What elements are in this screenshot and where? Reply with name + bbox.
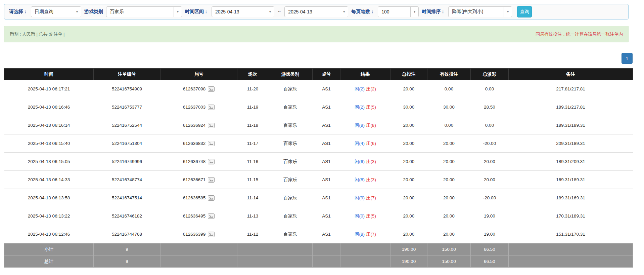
table-row: 2025-04-13 06:15:05522416749996612636748… (4, 153, 633, 171)
cell-total-bet[interactable]: 20.00 (390, 80, 427, 98)
query-type-select[interactable]: 日期查询 ▼ (31, 6, 81, 17)
cell-total-bet[interactable]: 20.00 (390, 153, 427, 171)
cell-time: 2025-04-13 06:16:46 (4, 98, 94, 116)
cell-time: 2025-04-13 06:17:21 (4, 80, 94, 98)
round-number: 612636671 (183, 177, 206, 182)
table-row: 2025-04-13 06:17:21522416754909612637098… (4, 80, 633, 98)
cell-valid-bet: 30.00 (427, 98, 471, 116)
sort-select[interactable]: 降冪(由大到小) ▼ (448, 6, 512, 17)
select-label: 请选择： (9, 9, 28, 15)
cell-time: 2025-04-13 06:14:33 (4, 171, 94, 189)
cell-payout: -20.00 (471, 134, 509, 153)
cell-bet-id: 522416752544 (94, 116, 160, 134)
search-button[interactable]: 查询 (517, 6, 532, 17)
total-label: 总计 (4, 256, 94, 268)
result-banker: 庄(5) (366, 213, 376, 219)
total-row: 总计 9 190.00 150.00 66.50 (4, 256, 633, 268)
cell-total-bet[interactable]: 20.00 (390, 134, 427, 153)
cell-session: 11-12 (237, 225, 268, 243)
cell-remark: 189.31/189.31 (509, 116, 633, 134)
cell-table-no: AS1 (313, 116, 340, 134)
subtotal-total-bet: 190.00 (390, 243, 427, 256)
total-total-bet: 190.00 (390, 256, 427, 268)
page: 请选择： 日期查询 ▼ 游戏类别 百家乐 ▼ 时间区间： 2025-04-13 … (0, 0, 644, 275)
table-row: 2025-04-13 06:15:40522416751304612636832… (4, 134, 633, 153)
cell-round: 612636495 (160, 207, 237, 225)
date-to-select[interactable]: 2025-04-13 ▼ (284, 6, 348, 17)
cell-time: 2025-04-13 06:13:58 (4, 189, 94, 207)
cell-table-no: AS1 (313, 207, 340, 225)
col-valid-bet: 有效投注 (427, 69, 471, 80)
cell-valid-bet: 20.00 (427, 189, 471, 207)
cell-payout: 0.00 (471, 116, 509, 134)
cell-table-no: AS1 (313, 225, 340, 243)
col-time: 时间 (4, 69, 94, 80)
cell-total-bet[interactable]: 20.00 (390, 116, 427, 134)
per-page-select[interactable]: 100 ▼ (378, 6, 419, 17)
cell-valid-bet: 20.00 (427, 171, 471, 189)
subtotal-label: 小计 (4, 243, 94, 256)
pagination: 1 (622, 53, 633, 64)
chevron-down-icon: ▼ (174, 7, 182, 17)
road-image-icon[interactable] (208, 232, 215, 237)
chevron-down-icon: ▼ (73, 7, 81, 17)
date-from-select[interactable]: 2025-04-13 ▼ (212, 6, 274, 17)
result-player: 闲(2) (355, 105, 365, 110)
subtotal-count: 9 (94, 243, 160, 256)
cell-total-bet[interactable]: 20.00 (390, 171, 427, 189)
table-row: 2025-04-13 06:13:58522416747514612636585… (4, 189, 633, 207)
result-banker: 庄(5) (366, 105, 376, 110)
cell-bet-id: 522416749996 (94, 153, 160, 171)
cell-payout: -20.00 (471, 189, 509, 207)
table-row: 2025-04-13 06:14:33522416748774612636671… (4, 171, 633, 189)
cell-total-bet[interactable]: 20.00 (390, 207, 427, 225)
road-image-icon[interactable] (208, 86, 215, 92)
game-type-select[interactable]: 百家乐 ▼ (106, 6, 182, 17)
cell-game-type: 百家乐 (268, 207, 313, 225)
total-payout: 66.50 (471, 256, 509, 268)
result-player: 闲(0) (355, 213, 365, 219)
cell-round: 612636399 (160, 225, 237, 243)
col-payout: 总派彩 (471, 69, 509, 80)
round-number: 612636748 (183, 159, 206, 164)
road-image-icon[interactable] (208, 159, 215, 164)
result-player: 闲(8) (355, 232, 365, 237)
page-1-button[interactable]: 1 (622, 53, 633, 64)
cell-game-type: 百家乐 (268, 98, 313, 116)
road-image-icon[interactable] (208, 213, 215, 219)
cell-total-bet[interactable]: 20.00 (390, 225, 427, 243)
road-image-icon[interactable] (208, 123, 215, 128)
cell-round: 612637003 (160, 98, 237, 116)
game-type-value: 百家乐 (106, 9, 174, 15)
cell-time: 2025-04-13 06:13:22 (4, 207, 94, 225)
cell-bet-id: 522416753777 (94, 98, 160, 116)
round-number: 612636832 (183, 141, 206, 146)
road-image-icon[interactable] (208, 105, 215, 110)
currency-total-text: 币别 : 人民币 | 总共 :9 注单 | (10, 31, 65, 37)
cell-round: 612636748 (160, 153, 237, 171)
cell-time: 2025-04-13 06:15:40 (4, 134, 94, 153)
road-image-icon[interactable] (208, 177, 215, 183)
cell-result: 闲(2) 庄(2) (340, 80, 390, 98)
cell-session: 11-19 (237, 98, 268, 116)
cell-table-no: AS1 (313, 171, 340, 189)
cell-round: 612636924 (160, 116, 237, 134)
time-range-label: 时间区间： (185, 9, 209, 15)
cell-bet-id: 522416754909 (94, 80, 160, 98)
col-total-bet: 总投注 (390, 69, 427, 80)
cell-game-type: 百家乐 (268, 153, 313, 171)
round-number: 612636399 (183, 232, 206, 237)
round-number: 612637003 (183, 105, 206, 110)
road-image-icon[interactable] (208, 141, 215, 146)
result-player: 闲(4) (355, 141, 365, 146)
cell-result: 闲(8) 庄(3) (340, 171, 390, 189)
cell-session: 11-16 (237, 153, 268, 171)
date-from-value: 2025-04-13 (212, 9, 266, 14)
cell-total-bet[interactable]: 30.00 (390, 98, 427, 116)
sort-label: 时间排序： (422, 9, 445, 15)
cell-total-bet[interactable]: 20.00 (390, 189, 427, 207)
table-row: 2025-04-13 06:13:22522416746182612636495… (4, 207, 633, 225)
cell-bet-id: 522416746182 (94, 207, 160, 225)
cell-session: 11-14 (237, 189, 268, 207)
road-image-icon[interactable] (208, 195, 215, 201)
